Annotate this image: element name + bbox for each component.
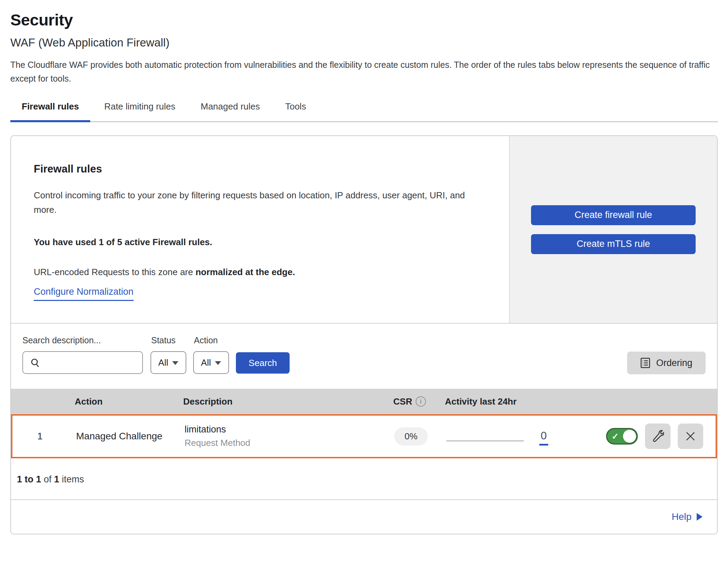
csr-badge: 0% bbox=[394, 427, 428, 446]
chevron-down-icon bbox=[215, 361, 221, 365]
search-button[interactable]: Search bbox=[236, 352, 290, 374]
rule-enabled-toggle[interactable]: ✓ bbox=[606, 428, 638, 445]
action-label: Action bbox=[194, 335, 229, 345]
filter-bar: Search description... Status All Action … bbox=[11, 323, 717, 389]
tab-managed-rules[interactable]: Managed rules bbox=[189, 101, 271, 121]
normalization-text-plain: URL-encoded Requests to this zone are bbox=[34, 267, 196, 277]
rule-activity-cell: 0 bbox=[446, 427, 560, 446]
section-description: Control incoming traffic to your zone by… bbox=[34, 188, 480, 217]
items-word: items bbox=[59, 474, 84, 484]
search-icon bbox=[30, 357, 40, 368]
page-description: The Cloudflare WAF provides both automat… bbox=[10, 58, 716, 85]
action-group: Action All bbox=[186, 335, 229, 374]
action-dropdown-value: All bbox=[201, 357, 211, 368]
close-icon bbox=[685, 430, 696, 442]
info-left: Firewall rules Control incoming traffic … bbox=[11, 136, 509, 323]
search-input[interactable] bbox=[45, 358, 142, 368]
table-header: Action Description CSRi Activity last 24… bbox=[11, 389, 717, 414]
firewall-rules-card: Firewall rules Control incoming traffic … bbox=[10, 135, 718, 534]
rule-expression-summary: Request Method bbox=[185, 438, 376, 448]
activity-sparkline bbox=[446, 427, 524, 441]
status-group: Status All bbox=[144, 335, 186, 374]
header-csr-label: CSR bbox=[393, 396, 412, 407]
search-input-box[interactable] bbox=[22, 351, 143, 374]
delete-rule-button[interactable] bbox=[678, 424, 703, 449]
header-description: Description bbox=[175, 396, 374, 407]
wrench-icon bbox=[652, 430, 664, 442]
actions-panel: Create firewall rule Create mTLS rule bbox=[509, 136, 717, 323]
tab-tools[interactable]: Tools bbox=[274, 101, 318, 121]
tab-rate-limiting-rules[interactable]: Rate limiting rules bbox=[93, 101, 187, 121]
ordered-list-icon bbox=[640, 357, 651, 368]
ordering-button[interactable]: Ordering bbox=[627, 352, 706, 374]
rule-controls: ✓ bbox=[560, 424, 716, 449]
rule-action: Managed Challenge bbox=[67, 431, 176, 442]
edit-rule-button[interactable] bbox=[645, 424, 670, 449]
status-dropdown[interactable]: All bbox=[150, 351, 186, 374]
header-csr: CSRi bbox=[374, 396, 445, 407]
items-of: of bbox=[41, 474, 54, 484]
waf-tabs: Firewall rules Rate limiting rules Manag… bbox=[10, 101, 718, 122]
rule-description: limitations bbox=[185, 424, 376, 435]
header-action: Action bbox=[66, 396, 175, 407]
action-dropdown[interactable]: All bbox=[193, 351, 229, 374]
create-firewall-rule-button[interactable]: Create firewall rule bbox=[531, 205, 696, 225]
check-icon: ✓ bbox=[612, 431, 619, 441]
usage-text: You have used 1 of 5 active Firewall rul… bbox=[34, 237, 486, 248]
rule-priority: 1 bbox=[12, 431, 67, 442]
tab-firewall-rules[interactable]: Firewall rules bbox=[10, 101, 90, 121]
activity-count-link[interactable]: 0 bbox=[539, 430, 548, 446]
search-button-group: Search bbox=[229, 335, 290, 374]
search-label: Search description... bbox=[22, 335, 143, 345]
table-row: 1 Managed Challenge limitations Request … bbox=[11, 414, 717, 458]
toggle-knob bbox=[623, 430, 636, 443]
rule-csr-cell: 0% bbox=[376, 427, 446, 446]
items-summary: 1 to 1 of 1 items bbox=[11, 458, 717, 499]
help-link[interactable]: Help bbox=[672, 511, 703, 522]
items-total: 1 bbox=[54, 474, 59, 484]
section-heading: Firewall rules bbox=[34, 163, 486, 175]
search-group: Search description... bbox=[22, 335, 143, 374]
normalization-text-bold: normalized at the edge. bbox=[196, 267, 295, 277]
status-label: Status bbox=[151, 335, 186, 345]
create-mtls-rule-button[interactable]: Create mTLS rule bbox=[531, 234, 696, 254]
info-icon[interactable]: i bbox=[416, 396, 426, 407]
page-subtitle: WAF (Web Application Firewall) bbox=[10, 36, 718, 49]
page-title: Security bbox=[10, 0, 718, 29]
normalization-text: URL-encoded Requests to this zone are no… bbox=[34, 267, 486, 278]
arrow-right-icon bbox=[697, 513, 703, 521]
ordering-button-label: Ordering bbox=[656, 358, 692, 368]
rule-description-cell: limitations Request Method bbox=[176, 424, 376, 448]
header-activity: Activity last 24hr bbox=[445, 396, 559, 407]
chevron-down-icon bbox=[172, 361, 178, 365]
help-row: Help bbox=[11, 499, 717, 534]
help-link-label: Help bbox=[672, 511, 691, 522]
info-section: Firewall rules Control incoming traffic … bbox=[11, 136, 717, 323]
status-dropdown-value: All bbox=[158, 357, 168, 368]
configure-normalization-link[interactable]: Configure Normalization bbox=[34, 286, 134, 301]
items-range: 1 to 1 bbox=[17, 474, 41, 484]
